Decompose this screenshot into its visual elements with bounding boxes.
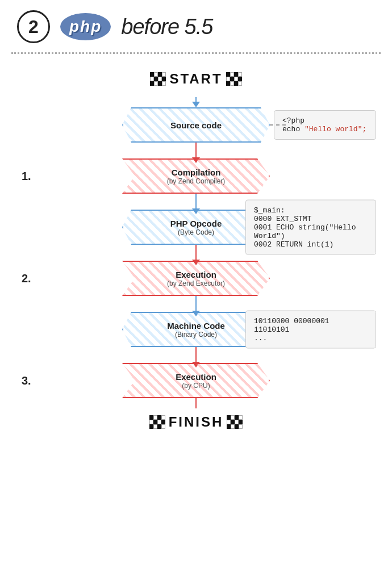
arrow-0 xyxy=(195,97,197,103)
code-line-2: echo xyxy=(282,125,305,133)
opcode-annotation: $_main: 0000 EXT_STMT 0001 ECHO string("… xyxy=(245,200,376,255)
opcode-line-4: 0002 RETURN int(1) xyxy=(254,240,333,249)
compilation-label: Compilation xyxy=(172,168,221,177)
dotted-line-1 xyxy=(270,124,286,126)
opcode-label: PHP Opcode xyxy=(170,219,222,228)
compilation-sub: (by Zend Compiler) xyxy=(167,177,226,185)
php-logo-text: php xyxy=(69,18,102,36)
finish-flag-left xyxy=(149,415,165,429)
start-label: START xyxy=(150,71,241,87)
machine-code-annotation: 10110000 00000001 11010101 ... xyxy=(245,311,376,349)
execution2-box: Execution (by CPU) xyxy=(122,363,270,398)
compilation-row: 1. Compilation (by Zend Compiler) xyxy=(0,158,392,194)
code-line-1: <?php xyxy=(282,116,305,125)
opcode-line-2: 0000 EXT_STMT xyxy=(254,215,311,223)
step-2-number: 2. xyxy=(22,272,31,285)
arrow-3 xyxy=(195,245,197,261)
main-content: START Source code <?php echo "Hello worl… xyxy=(0,65,392,457)
start-text: START xyxy=(169,71,222,87)
start-flag-left xyxy=(150,72,166,86)
source-code-row: Source code <?php echo "Hello world"; xyxy=(0,107,392,143)
php-logo: php xyxy=(60,13,111,40)
arrow-6 xyxy=(195,398,197,408)
flow-diagram: Source code <?php echo "Hello world"; 1.… xyxy=(0,97,392,408)
header: 2 php before 5.5 xyxy=(0,0,392,49)
start-flag-right xyxy=(226,72,242,86)
machine-code-sub: (Binary Code) xyxy=(175,331,217,339)
binary-line-2: ... xyxy=(254,334,267,343)
opcode-line-1: $_main: xyxy=(254,206,285,215)
machine-code-row: Machine Code (Binary Code) 10110000 0000… xyxy=(0,312,392,347)
execution1-sub: (by Zend Executor) xyxy=(167,279,225,287)
divider xyxy=(11,52,381,54)
opcode-row: PHP Opcode (Byte Code) $_main: 0000 EXT_… xyxy=(0,210,392,245)
source-code-box: Source code xyxy=(122,107,270,143)
execution2-row: 3. Execution (by CPU) xyxy=(0,363,392,398)
arrow-4 xyxy=(195,296,197,312)
finish-flag-right xyxy=(227,415,243,429)
page-title: before 5.5 xyxy=(121,15,212,39)
finish-text: FINISH xyxy=(169,414,224,430)
step-3-number: 3. xyxy=(22,374,31,387)
execution1-label: Execution xyxy=(176,270,216,279)
execution1-row: 2. Execution (by Zend Executor) xyxy=(0,261,392,296)
source-code-annotation: <?php echo "Hello world"; xyxy=(274,110,376,140)
compilation-box: Compilation (by Zend Compiler) xyxy=(122,158,270,194)
step-1-number: 1. xyxy=(22,170,31,183)
source-code-label: Source code xyxy=(170,120,222,130)
finish-label: FINISH xyxy=(149,414,243,430)
code-line-2-str: "Hello world"; xyxy=(305,125,366,133)
execution1-box: Execution (by Zend Executor) xyxy=(122,261,270,296)
opcode-line-3: 0001 ECHO string("Hello World") xyxy=(254,223,356,240)
arrow-5 xyxy=(195,347,197,363)
arrow-1 xyxy=(195,143,197,158)
execution2-label: Execution xyxy=(176,372,216,382)
arrow-2 xyxy=(195,194,197,210)
opcode-sub: (Byte Code) xyxy=(178,228,214,236)
slide-number: 2 xyxy=(17,10,50,43)
binary-line-1: 10110000 00000001 11010101 xyxy=(254,317,330,334)
execution2-sub: (by CPU) xyxy=(182,382,210,390)
machine-code-label: Machine Code xyxy=(167,321,225,331)
